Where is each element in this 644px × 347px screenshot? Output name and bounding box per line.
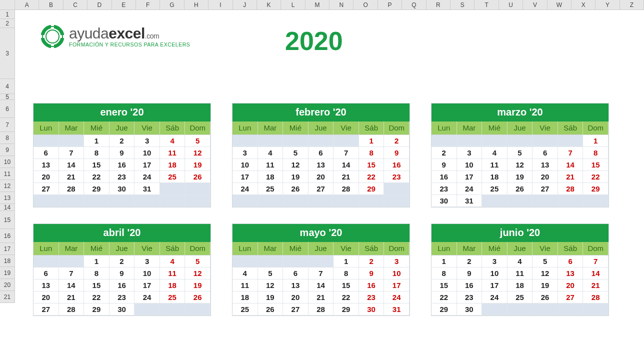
day-cell[interactable]: 3: [482, 256, 508, 268]
row-header[interactable]: 12: [0, 180, 14, 192]
day-cell[interactable]: [59, 195, 84, 207]
day-cell[interactable]: [308, 135, 334, 147]
day-cell[interactable]: 4: [482, 147, 508, 159]
day-cell[interactable]: [482, 195, 508, 207]
day-cell[interactable]: [185, 304, 210, 316]
day-cell[interactable]: 2: [110, 135, 135, 147]
row-header[interactable]: 10: [0, 156, 14, 168]
day-cell[interactable]: 31: [134, 183, 160, 195]
day-cell[interactable]: 7: [308, 268, 334, 280]
day-cell[interactable]: 27: [532, 183, 558, 195]
day-cell[interactable]: 18: [482, 171, 508, 183]
day-cell[interactable]: 22: [583, 171, 608, 183]
day-cell[interactable]: [558, 195, 584, 207]
day-cell[interactable]: 13: [308, 159, 334, 171]
day-cell[interactable]: [160, 195, 186, 207]
day-cell[interactable]: 14: [583, 268, 608, 280]
day-cell[interactable]: 17: [482, 280, 508, 292]
day-cell[interactable]: 24: [134, 292, 160, 304]
day-cell[interactable]: 12: [532, 268, 558, 280]
day-cell[interactable]: 9: [110, 268, 135, 280]
day-cell[interactable]: 26: [532, 292, 558, 304]
day-cell[interactable]: 31: [384, 304, 410, 316]
day-cell[interactable]: [34, 195, 59, 207]
column-header[interactable]: R: [426, 0, 450, 10]
day-cell[interactable]: 11: [232, 280, 258, 292]
day-cell[interactable]: [384, 183, 410, 195]
day-cell[interactable]: 26: [258, 304, 284, 316]
day-cell[interactable]: 13: [558, 268, 584, 280]
worksheet-area[interactable]: ayudaexcel.com FORMACIÓN Y RECURSOS PARA…: [15, 10, 644, 347]
day-cell[interactable]: 21: [308, 292, 334, 304]
day-cell[interactable]: 14: [59, 159, 84, 171]
day-cell[interactable]: 23: [359, 292, 384, 304]
day-cell[interactable]: 21: [59, 171, 84, 183]
day-cell[interactable]: 15: [583, 159, 608, 171]
column-header[interactable]: J: [233, 0, 257, 10]
day-cell[interactable]: 5: [508, 147, 533, 159]
day-cell[interactable]: 16: [457, 280, 482, 292]
day-cell[interactable]: 11: [160, 147, 186, 159]
column-header[interactable]: X: [572, 0, 596, 10]
day-cell[interactable]: 25: [160, 171, 186, 183]
day-cell[interactable]: [258, 135, 284, 147]
column-header[interactable]: L: [281, 0, 305, 10]
day-cell[interactable]: 17: [384, 280, 410, 292]
row-header[interactable]: 20: [0, 279, 14, 291]
column-header[interactable]: S: [450, 0, 474, 10]
day-cell[interactable]: 5: [283, 147, 308, 159]
day-cell[interactable]: 1: [334, 256, 359, 268]
day-cell[interactable]: 15: [359, 159, 384, 171]
day-cell[interactable]: 22: [432, 292, 457, 304]
day-cell[interactable]: 10: [232, 159, 258, 171]
day-cell[interactable]: 4: [160, 135, 186, 147]
day-cell[interactable]: [558, 135, 584, 147]
day-cell[interactable]: 24: [482, 292, 508, 304]
day-cell[interactable]: 13: [34, 159, 59, 171]
day-cell[interactable]: [34, 135, 59, 147]
day-cell[interactable]: 16: [110, 159, 135, 171]
day-cell[interactable]: [532, 304, 558, 316]
day-cell[interactable]: [258, 256, 284, 268]
day-cell[interactable]: 19: [283, 171, 308, 183]
column-header[interactable]: O: [354, 0, 378, 10]
day-cell[interactable]: [232, 135, 258, 147]
day-cell[interactable]: 23: [432, 183, 457, 195]
column-header[interactable]: D: [88, 0, 112, 10]
row-header[interactable]: 11: [0, 168, 14, 180]
day-cell[interactable]: 26: [185, 292, 210, 304]
column-header[interactable]: I: [208, 0, 232, 10]
day-cell[interactable]: 29: [84, 304, 110, 316]
day-cell[interactable]: 1: [359, 135, 384, 147]
day-cell[interactable]: 9: [110, 147, 135, 159]
day-cell[interactable]: 31: [457, 195, 482, 207]
day-cell[interactable]: [34, 256, 59, 268]
day-cell[interactable]: 28: [558, 183, 584, 195]
day-cell[interactable]: 30: [110, 183, 135, 195]
day-cell[interactable]: [334, 195, 359, 207]
day-cell[interactable]: 29: [432, 304, 457, 316]
day-cell[interactable]: 27: [308, 183, 334, 195]
day-cell[interactable]: 19: [532, 280, 558, 292]
day-cell[interactable]: 22: [334, 292, 359, 304]
day-cell[interactable]: 1: [84, 256, 110, 268]
day-cell[interactable]: [508, 304, 533, 316]
day-cell[interactable]: 2: [384, 135, 410, 147]
day-cell[interactable]: 17: [232, 171, 258, 183]
row-header[interactable]: 13: [0, 192, 14, 204]
day-cell[interactable]: 6: [558, 256, 584, 268]
day-cell[interactable]: 8: [84, 268, 110, 280]
day-cell[interactable]: [110, 195, 135, 207]
day-cell[interactable]: 20: [34, 171, 59, 183]
row-header[interactable]: 3: [0, 28, 14, 79]
day-cell[interactable]: 18: [508, 280, 533, 292]
day-cell[interactable]: 3: [134, 135, 160, 147]
day-cell[interactable]: 7: [59, 268, 84, 280]
day-cell[interactable]: 26: [283, 183, 308, 195]
day-cell[interactable]: [308, 195, 334, 207]
column-header[interactable]: T: [474, 0, 498, 10]
day-cell[interactable]: [384, 195, 410, 207]
day-cell[interactable]: 10: [457, 159, 482, 171]
day-cell[interactable]: [482, 135, 508, 147]
day-cell[interactable]: [59, 256, 84, 268]
